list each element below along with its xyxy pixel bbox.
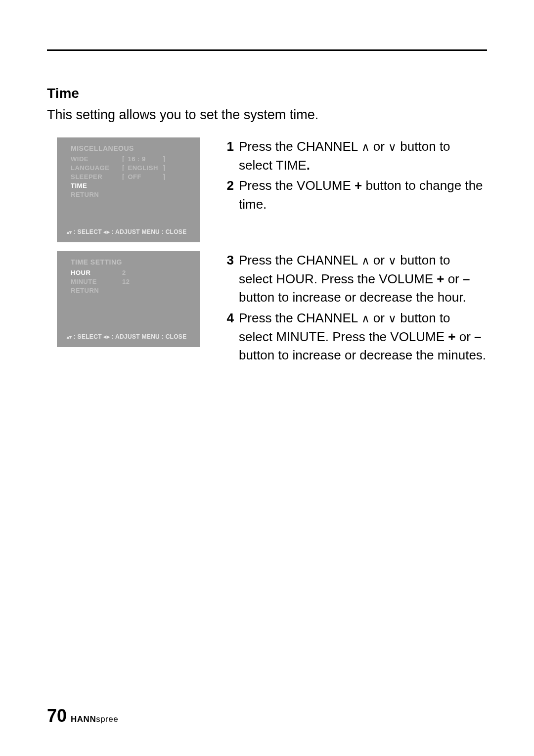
- steps-group-1: 1 Press the CHANNEL ∧ or ∨ button to sel…: [225, 137, 487, 216]
- osd-label: LANGUAGE: [71, 164, 122, 172]
- osd-row-language: LANGUAGE ⌈ ENGLISH ⌉: [71, 163, 191, 172]
- step-text: Press the CHANNEL ∧ or ∨ button to selec…: [239, 137, 487, 175]
- down-wedge-icon: ∨: [388, 312, 397, 325]
- osd-row-sleeper: SLEEPER ⌈ OFF ⌉: [71, 172, 191, 181]
- osd-row-wide: WIDE ⌈ 16 : 9 ⌉: [71, 154, 191, 163]
- section-title: Time: [47, 86, 487, 101]
- osd-label: MINUTE: [71, 278, 122, 285]
- up-wedge-icon: ∧: [361, 255, 370, 267]
- osd-panel-miscellaneous: MISCELLANEOUS WIDE ⌈ 16 : 9 ⌉ LANGUAGE ⌈…: [57, 137, 200, 242]
- bracket-left-icon: ⌈: [122, 173, 128, 180]
- bracket-right-icon: ⌉: [163, 155, 166, 163]
- osd-row-return: RETURN: [71, 286, 191, 295]
- steps-group-2: 3 Press the CHANNEL ∧ or ∨ button to sel…: [225, 251, 487, 367]
- osd-title: MISCELLANEOUS: [71, 144, 191, 152]
- osd-label: RETURN: [71, 191, 122, 198]
- step-number: 4: [225, 309, 239, 365]
- bracket-left-icon: ⌈: [122, 164, 128, 172]
- osd-label: RETURN: [71, 287, 122, 294]
- down-wedge-icon: ∨: [388, 141, 397, 153]
- osd-title: TIME SETTING: [71, 258, 191, 266]
- osd-row-time: TIME: [71, 181, 191, 190]
- step-4: 4 Press the CHANNEL ∧ or ∨ button to sel…: [225, 309, 487, 365]
- step-3: 3 Press the CHANNEL ∧ or ∨ button to sel…: [225, 251, 487, 307]
- osd-row-return: RETURN: [71, 190, 191, 199]
- bracket-right-icon: ⌉: [163, 173, 166, 180]
- osd-value: ENGLISH: [128, 164, 163, 172]
- osd-footer-text: : SELECT ◂▸ : ADJUST MENU : CLOSE: [74, 333, 187, 340]
- bracket-right-icon: ⌉: [163, 164, 166, 172]
- page-number: 70: [47, 706, 67, 726]
- step-number: 3: [225, 251, 239, 307]
- down-wedge-icon: ∨: [388, 255, 397, 267]
- bracket-left-icon: ⌈: [122, 155, 128, 163]
- updown-arrows-icon: ▴▾: [67, 229, 74, 235]
- step-1: 1 Press the CHANNEL ∧ or ∨ button to sel…: [225, 137, 487, 175]
- up-wedge-icon: ∧: [361, 141, 370, 153]
- brand-light: spree: [96, 714, 118, 724]
- osd-label-selected: HOUR: [71, 269, 122, 276]
- osd-value: 16 : 9: [128, 155, 163, 163]
- step-number: 1: [225, 137, 239, 175]
- osd-value: OFF: [128, 173, 163, 180]
- updown-arrows-icon: ▴▾: [67, 334, 74, 340]
- step-text: Press the CHANNEL ∧ or ∨ button to selec…: [239, 309, 487, 365]
- brand-text: HANNspree: [71, 714, 118, 724]
- step-number: 2: [225, 177, 239, 214]
- step-text: Press the CHANNEL ∧ or ∨ button to selec…: [239, 251, 487, 307]
- header-rule: [47, 49, 487, 51]
- osd-label: WIDE: [71, 155, 122, 163]
- osd-footer: ▴▾ : SELECT ◂▸ : ADJUST MENU : CLOSE: [67, 228, 191, 235]
- step-text: Press the VOLUME + button to change the …: [239, 177, 487, 214]
- page-footer: 70 HANNspree: [47, 706, 118, 726]
- osd-footer: ▴▾ : SELECT ◂▸ : ADJUST MENU : CLOSE: [67, 333, 191, 340]
- osd-panel-time-setting: TIME SETTING HOUR 2 MINUTE 12 RETURN ▴▾ …: [57, 251, 200, 347]
- brand-bold: HANN: [71, 714, 96, 724]
- content-row-1: MISCELLANEOUS WIDE ⌈ 16 : 9 ⌉ LANGUAGE ⌈…: [47, 137, 487, 242]
- osd-row-hour: HOUR 2: [71, 268, 191, 277]
- osd-row-minute: MINUTE 12: [71, 277, 191, 286]
- osd-label-selected: TIME: [71, 182, 122, 189]
- content-row-2: TIME SETTING HOUR 2 MINUTE 12 RETURN ▴▾ …: [47, 251, 487, 367]
- osd-label: SLEEPER: [71, 173, 122, 180]
- osd-value: 12: [122, 278, 157, 285]
- step-2: 2 Press the VOLUME + button to change th…: [225, 177, 487, 214]
- up-wedge-icon: ∧: [361, 312, 370, 325]
- section-description: This setting allows you to set the syste…: [47, 107, 487, 123]
- osd-footer-text: : SELECT ◂▸ : ADJUST MENU : CLOSE: [74, 228, 187, 235]
- osd-value: 2: [122, 269, 157, 276]
